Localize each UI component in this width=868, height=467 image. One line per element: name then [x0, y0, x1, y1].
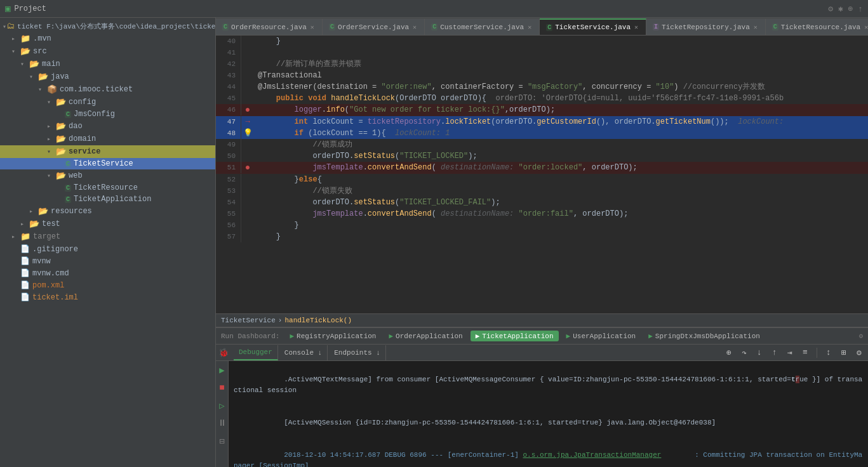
- tab-close[interactable]: ✕: [633, 23, 639, 31]
- code-line-48: 48 💡 if (lockCount == 1){ lockCount: 1: [216, 128, 868, 139]
- breakpoint-icon[interactable]: ●: [245, 105, 250, 115]
- debug-btn-step-over[interactable]: ↷: [738, 346, 751, 359]
- console-line-3: 2018-12-10 14:54:17.687 DEBUG 6896 --- […: [234, 439, 863, 467]
- run-btn-user[interactable]: ▶ UserApplication: [561, 331, 641, 341]
- tree-item-test[interactable]: ▸ 📂 test: [0, 218, 215, 230]
- tree-item-domain[interactable]: ▸ 📂 domain: [0, 133, 215, 145]
- pause-btn[interactable]: ⏸: [216, 417, 229, 430]
- breakpoint-icon-2[interactable]: ●: [245, 162, 250, 173]
- code-line-57: 57 }: [216, 231, 868, 242]
- debug-btn-step-into[interactable]: ↓: [753, 346, 766, 359]
- content-area: C OrderResource.java ✕ C OrderService.ja…: [216, 18, 868, 467]
- tree-item-mvn[interactable]: ▸ 📁 .mvn: [0, 32, 215, 45]
- debug-sidebar-icon[interactable]: 🐞: [218, 348, 229, 358]
- tree-item-target[interactable]: ▸ 📁 target: [0, 230, 215, 243]
- console-link-1[interactable]: o.s.orm.jpa.JpaTransactionManager: [523, 451, 662, 459]
- code-line-47: 47 → int lockCount = ticketRepository.lo…: [216, 116, 868, 128]
- code-lines: 40 } 41 42 //新增订单的查票并锁票: [216, 36, 868, 242]
- tab-ticketrepository[interactable]: I TicketRepository.java ✕: [646, 18, 766, 35]
- tree-item-gitignore[interactable]: ▸ 📄 .gitignore: [0, 243, 215, 255]
- code-line-46: 46 ● logger.info("Got new order for tick…: [216, 104, 868, 116]
- tree-item-ticketservice[interactable]: ▸ C TicketService: [0, 158, 215, 169]
- tab-close[interactable]: ✕: [309, 23, 316, 31]
- tab-label: TicketRepository.java: [662, 23, 750, 31]
- tab-customerservice[interactable]: C CustomerService.java ✕: [425, 18, 540, 35]
- tree-item-mvnwcmd[interactable]: ▸ 📄 mvnw.cmd: [0, 267, 215, 279]
- play-btn[interactable]: ▷: [216, 399, 229, 412]
- tree-item-dao[interactable]: ▸ 📂 dao: [0, 120, 215, 133]
- debug-btn-evaluate[interactable]: ≡: [799, 346, 811, 359]
- code-line-55: 55 jmsTemplate.convertAndSend( destinati…: [216, 208, 868, 220]
- run-btn-registry[interactable]: ▶ RegistryApplication: [284, 331, 381, 341]
- console-line-1: .ActiveMQTextMessage] from consumer [Act…: [234, 364, 863, 407]
- settings-icon[interactable]: ⚙: [858, 332, 863, 340]
- code-line-56: 56 }: [216, 220, 868, 231]
- title-bar: ▣ Project ⚙ ✱ ⊕ ↑: [0, 0, 868, 18]
- tab-close[interactable]: ✕: [411, 23, 418, 31]
- debug-btn-5[interactable]: ↕: [822, 346, 835, 359]
- breadcrumb-method: handleTickLock(): [284, 317, 352, 324]
- tab-orderservice[interactable]: C OrderService.java ✕: [323, 18, 425, 35]
- tab-ticketresource[interactable]: C TicketResource.java ✕: [766, 18, 868, 35]
- run-dashboard-label: Run Dashboard:: [221, 332, 279, 340]
- code-editor[interactable]: 40 } 41 42 //新增订单的查票并锁票: [216, 36, 868, 313]
- bulb-icon[interactable]: 💡: [243, 129, 253, 138]
- tree-root[interactable]: ▾ 🗂 ticket F:\java\分布式事务\code\idea_proje…: [0, 20, 215, 32]
- console-output[interactable]: .ActiveMQTextMessage] from consumer [Act…: [229, 361, 868, 467]
- tab-label: TicketService.java: [555, 23, 631, 31]
- debug-btn-1[interactable]: ⊕: [723, 346, 735, 359]
- code-line-54: 54 orderDTO.setStatus("TICKET_LOCKED_FAI…: [216, 197, 868, 208]
- stop-btn[interactable]: ■: [216, 381, 229, 394]
- debug-tab-console[interactable]: Console ↓: [279, 345, 328, 360]
- tab-close[interactable]: ✕: [752, 23, 759, 31]
- tree-item-web[interactable]: ▾ 📂 web: [0, 169, 215, 182]
- tree-item-java[interactable]: ▾ 📂 java: [0, 70, 215, 83]
- project-sidebar[interactable]: ▾ 🗂 ticket F:\java\分布式事务\code\idea_proje…: [0, 18, 216, 467]
- code-line-50: 50 orderDTO.setStatus("TICKET_LOCKED");: [216, 150, 868, 162]
- tree-item-ticketresource[interactable]: ▸ C TicketResource: [0, 182, 215, 194]
- tree-item-config[interactable]: ▾ 📂 config: [0, 96, 215, 109]
- code-line-43: 43 @Transactional: [216, 70, 868, 81]
- debug-tab-debugger[interactable]: Debugger: [234, 345, 278, 360]
- tab-close[interactable]: ✕: [863, 23, 868, 31]
- debug-btn-6[interactable]: ⊞: [838, 346, 850, 359]
- tree-item-ticketiml[interactable]: ▸ 📄 ticket.iml: [0, 291, 215, 303]
- breadcrumb-class: TicketService: [221, 317, 276, 324]
- project-icon: ▣: [5, 3, 10, 14]
- code-line-49: 49 //锁票成功: [216, 139, 868, 150]
- code-line-52: 52 }else{: [216, 174, 868, 185]
- run-btn-ticket[interactable]: ▶ TicketApplication: [471, 331, 559, 341]
- run-btn-spring[interactable]: ▶ SpringDtxJmsDbApplication: [643, 331, 765, 341]
- tree-item-package[interactable]: ▾ 📦 com.imooc.ticket: [0, 83, 215, 96]
- tree-item-ticketapp[interactable]: ▸ C TicketApplication: [0, 194, 215, 205]
- tree-item-src[interactable]: ▾ 📂 src: [0, 45, 215, 58]
- debug-tabs-bar: 🐞 Debugger Console ↓ Endpoints ↓ ⊕ ↷ ↓ ↑…: [216, 345, 868, 361]
- project-tree: ▾ 🗂 ticket F:\java\分布式事务\code\idea_proje…: [0, 18, 215, 306]
- code-line-40: 40 }: [216, 36, 868, 47]
- tab-close[interactable]: ✕: [526, 23, 533, 31]
- tree-item-main[interactable]: ▾ 📂 main: [0, 58, 215, 70]
- tab-ticketservice[interactable]: C TicketService.java ✕: [540, 18, 646, 35]
- tree-item-service[interactable]: ▾ 📂 service: [0, 145, 215, 158]
- tree-item-mvnw[interactable]: ▸ 📄 mvnw: [0, 255, 215, 267]
- bottom-panel: Run Dashboard: ▶ RegistryApplication ▶ O…: [216, 327, 868, 467]
- debug-btn-step-out[interactable]: ↑: [768, 346, 781, 359]
- tree-item-jmsconfig[interactable]: ▸ C JmsConfig: [0, 109, 215, 120]
- resume-btn[interactable]: ▶: [216, 364, 229, 376]
- thread-btn[interactable]: ⊟: [216, 435, 229, 447]
- main-layout: ▾ 🗂 ticket F:\java\分布式事务\code\idea_proje…: [0, 18, 868, 467]
- debug-toolbar: ⊕ ↷ ↓ ↑ ⇥ ≡ ↕ ⊞ ⚙: [723, 346, 865, 359]
- code-line-53: 53 //锁票失败: [216, 185, 868, 197]
- code-line-45: 45 public void handleTickLock(OrderDTO o…: [216, 93, 868, 104]
- bottom-left-icons: ▶ ■ ▷ ⏸ ⊟: [216, 361, 229, 467]
- tree-item-resources[interactable]: ▸ 📂 resources: [0, 205, 215, 218]
- debug-btn-run-to-cursor[interactable]: ⇥: [784, 346, 796, 359]
- tab-orderresource[interactable]: C OrderResource.java ✕: [216, 18, 323, 35]
- debug-content: ▶ ■ ▷ ⏸ ⊟ .ActiveMQTextMessage] from con…: [216, 361, 868, 467]
- run-btn-order[interactable]: ▶ OrderApplication: [384, 331, 467, 341]
- title-text: Project: [14, 4, 46, 13]
- tab-label: OrderResource.java: [231, 23, 307, 31]
- debug-btn-settings[interactable]: ⚙: [853, 346, 865, 359]
- debug-tab-endpoints[interactable]: Endpoints ↓: [329, 345, 386, 360]
- tree-item-pomxml[interactable]: ▸ 📄 pom.xml: [0, 279, 215, 291]
